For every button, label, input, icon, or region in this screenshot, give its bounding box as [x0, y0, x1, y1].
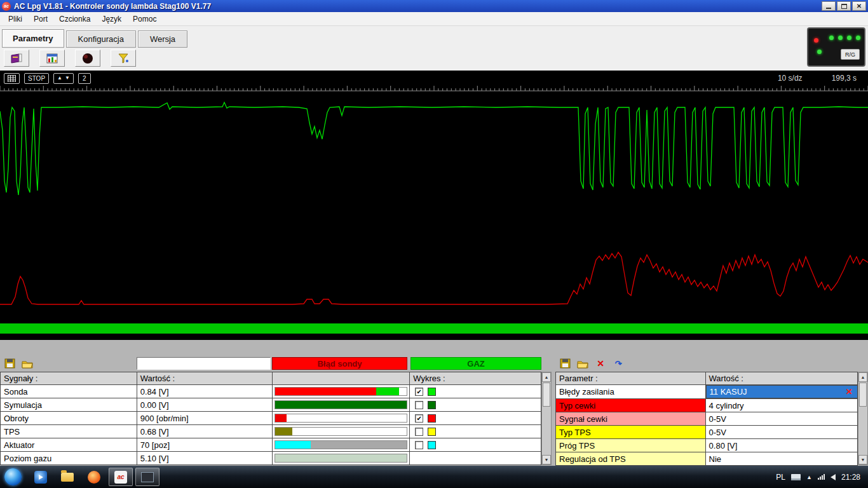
tab-strip: ParametryKonfiguracjaWersja: [2, 29, 189, 48]
menu-item-2[interactable]: Port: [28, 13, 53, 25]
scroll-up-button[interactable]: ▲: [858, 372, 867, 382]
clear-filter-button[interactable]: [111, 50, 136, 67]
signal-bar-cell: [272, 412, 410, 425]
save-params-button[interactable]: [558, 357, 572, 370]
scroll-track[interactable]: [542, 382, 551, 455]
signals-header-chart: Wykres :: [410, 372, 541, 385]
signal-row[interactable]: Sonda0.84 [V]✔: [1, 385, 541, 398]
menu-item-4[interactable]: Język: [96, 13, 127, 25]
scroll-thumb[interactable]: [859, 383, 867, 407]
trace-color-swatch: [428, 388, 436, 396]
close-button[interactable]: ✕: [852, 1, 866, 11]
volume-icon[interactable]: [831, 474, 836, 480]
chart-checkbox[interactable]: ✔: [415, 414, 423, 423]
show-hidden-icons-chevron[interactable]: ▲: [806, 474, 812, 480]
signal-row[interactable]: Obroty900 [obr/min]✔: [1, 412, 541, 425]
param-row[interactable]: Typ cewki4 cylindry: [556, 399, 858, 412]
param-name: Typ TPS: [556, 426, 706, 439]
main-toolbar: [4, 50, 136, 67]
signal-bar-cell: [272, 398, 410, 412]
browser-icon[interactable]: [82, 468, 106, 486]
signals-header-name: Sygnały :: [1, 372, 137, 385]
table-report-button[interactable]: [39, 50, 65, 67]
scale-down-button[interactable]: ▼: [65, 76, 70, 81]
signal-name: Obroty: [1, 412, 137, 425]
signal-row[interactable]: TPS0.68 [V]: [1, 425, 541, 438]
minimize-button[interactable]: [822, 1, 836, 11]
params-header-value: Wartość :: [705, 372, 857, 385]
chart-checkbox[interactable]: [415, 401, 423, 409]
clear-errors-icon[interactable]: ✕: [846, 387, 854, 396]
open-signals-button[interactable]: [20, 357, 34, 370]
scroll-thumb[interactable]: [543, 383, 550, 407]
delete-params-button[interactable]: ✕: [593, 357, 607, 370]
menu-item-5[interactable]: Pomoc: [127, 13, 162, 25]
stop-button[interactable]: STOP: [24, 73, 49, 84]
network-icon[interactable]: [818, 474, 825, 480]
language-indicator[interactable]: PL: [776, 473, 785, 482]
explorer-icon[interactable]: [55, 468, 79, 486]
grid-toggle-button[interactable]: [4, 73, 20, 84]
system-tray: PL ▲ 21:28: [776, 473, 868, 482]
clock[interactable]: 21:28: [841, 473, 860, 482]
param-row[interactable]: Typ TPS0-5V: [556, 426, 858, 439]
param-value: 0-5V: [705, 426, 857, 439]
scope-controls: STOP ▲ ▼ 2 10 s/dz 199,3 s: [0, 71, 868, 86]
rg-button[interactable]: R/G: [841, 49, 860, 60]
param-row[interactable]: Próg TPS0.80 [V]: [556, 439, 858, 452]
save-icon: [4, 358, 15, 369]
start-button[interactable]: [4, 468, 22, 485]
param-value: 4 cylindry: [705, 399, 857, 412]
signals-filter-input[interactable]: [137, 357, 271, 370]
signals-toolbar: Błąd sondy GAZ: [0, 355, 552, 372]
params-table-body: Błędy zasilania11 KASUJ✕Typ cewki4 cylin…: [556, 385, 858, 466]
tab-parametry[interactable]: Parametry: [2, 29, 64, 48]
refresh-params-button[interactable]: ↷: [611, 357, 625, 370]
param-row[interactable]: Sygnał cewki0-5V: [556, 412, 858, 426]
signal-row[interactable]: Symulacja0.00 [V]: [1, 398, 541, 412]
param-name: Typ cewki: [556, 399, 706, 412]
params-scrollbar[interactable]: ▲ ▼: [858, 372, 868, 465]
scale-up-button[interactable]: ▲: [57, 76, 62, 81]
browser-glyph: [88, 471, 100, 484]
param-value[interactable]: 11 KASUJ✕: [706, 385, 858, 398]
chart-checkbox[interactable]: [415, 428, 423, 436]
manual-book-button[interactable]: [4, 50, 29, 67]
keyboard-icon[interactable]: [791, 474, 801, 480]
restore-button[interactable]: [837, 1, 851, 11]
chart-checkbox[interactable]: ✔: [415, 388, 423, 396]
signal-row[interactable]: Poziom gazu5.10 [V]: [1, 452, 541, 465]
scroll-down-button[interactable]: ▼: [542, 455, 551, 464]
app-icon: ac: [2, 2, 11, 11]
signals-panel: Błąd sondy GAZ Sygnały : Wartość : Wykre…: [0, 355, 552, 466]
tab-konfiguracja[interactable]: Konfiguracja: [66, 30, 136, 48]
oscilloscope: STOP ▲ ▼ 2 10 s/dz 199,3 s: [0, 71, 868, 340]
trace-color-swatch: [428, 428, 436, 436]
menu-item-3[interactable]: Czcionka: [53, 13, 96, 25]
signal-row[interactable]: Aktuator70 [poz]: [1, 438, 541, 452]
signal-chart-cell: [410, 452, 541, 465]
media-player-icon[interactable]: [29, 468, 53, 486]
sphere-button[interactable]: [75, 50, 100, 67]
chart-checkbox[interactable]: [415, 441, 423, 449]
params-table: Parametr : Wartość : Błędy zasilania11 K…: [555, 372, 858, 466]
param-row[interactable]: Błędy zasilania11 KASUJ✕: [556, 385, 858, 399]
signals-scrollbar[interactable]: ▲ ▼: [541, 372, 552, 465]
ac-lpg-app-icon[interactable]: ac: [109, 468, 133, 486]
trace-color-swatch: [428, 414, 436, 423]
open-params-button[interactable]: [576, 357, 590, 370]
param-row[interactable]: Regulacja od TPSNie: [556, 452, 858, 466]
channel-count-button[interactable]: 2: [78, 73, 91, 84]
save-signals-button[interactable]: [3, 357, 17, 370]
scroll-track[interactable]: [858, 382, 867, 455]
param-value: 0-5V: [705, 412, 857, 426]
menu-item-1[interactable]: Pliki: [3, 13, 28, 25]
signal-chart-cell: [410, 398, 541, 412]
grid-icon: [8, 75, 16, 82]
secondary-app-icon[interactable]: [135, 468, 159, 486]
scroll-up-button[interactable]: ▲: [542, 372, 551, 382]
sonda-error-indicator: Błąd sondy: [272, 357, 407, 370]
scroll-down-button[interactable]: ▼: [858, 455, 867, 464]
param-name: Próg TPS: [556, 439, 706, 452]
tab-wersja[interactable]: Wersja: [138, 30, 187, 48]
